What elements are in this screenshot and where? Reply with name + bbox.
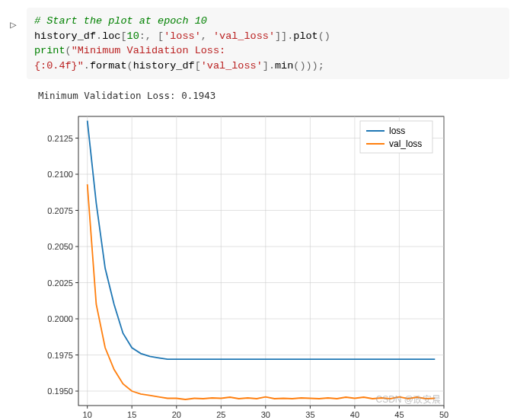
svg-text:50: 50 <box>439 410 448 419</box>
legend-loss-label: loss <box>389 126 405 136</box>
svg-text:0.1950: 0.1950 <box>47 387 73 396</box>
watermark: CSDN @政安晨 <box>375 393 441 406</box>
play-icon: ▷ <box>10 18 16 79</box>
svg-text:0.1975: 0.1975 <box>47 351 73 360</box>
svg-text:45: 45 <box>394 410 404 419</box>
svg-text:30: 30 <box>261 410 270 419</box>
svg-text:0.2100: 0.2100 <box>47 170 73 179</box>
legend: loss val_loss <box>360 121 432 153</box>
loss-chart: loss val_loss 0.1950 0.1975 0.2000 0.202… <box>37 109 463 420</box>
chart-output: loss val_loss 0.1950 0.1975 0.2000 0.202… <box>0 104 517 420</box>
svg-text:35: 35 <box>305 410 314 419</box>
svg-text:10: 10 <box>83 410 92 419</box>
x-axis-labels: 10 15 20 25 30 35 40 45 50 <box>83 410 449 419</box>
svg-text:0.2075: 0.2075 <box>47 206 73 215</box>
code-cell: ▷ # Start the plot at epoch 10 history_d… <box>0 0 517 87</box>
code-comment: # Start the plot at epoch 10 <box>34 15 207 27</box>
svg-text:20: 20 <box>172 410 181 419</box>
svg-text:0.2125: 0.2125 <box>47 134 73 143</box>
svg-text:0.2000: 0.2000 <box>47 314 73 323</box>
y-axis-labels: 0.1950 0.1975 0.2000 0.2025 0.2050 0.207… <box>47 134 73 396</box>
run-cell-button[interactable]: ▷ <box>0 8 27 79</box>
output-text: Minimum Validation Loss: 0.1943 <box>0 87 517 104</box>
svg-text:0.2025: 0.2025 <box>47 278 73 288</box>
chart-border <box>78 116 444 406</box>
legend-valloss-label: val_loss <box>389 138 422 149</box>
svg-text:40: 40 <box>350 410 359 419</box>
svg-text:15: 15 <box>127 410 136 419</box>
svg-text:25: 25 <box>216 410 225 419</box>
y-axis-ticks <box>75 138 78 392</box>
svg-text:0.2050: 0.2050 <box>47 242 73 251</box>
code-editor[interactable]: # Start the plot at epoch 10 history_df.… <box>27 8 509 79</box>
